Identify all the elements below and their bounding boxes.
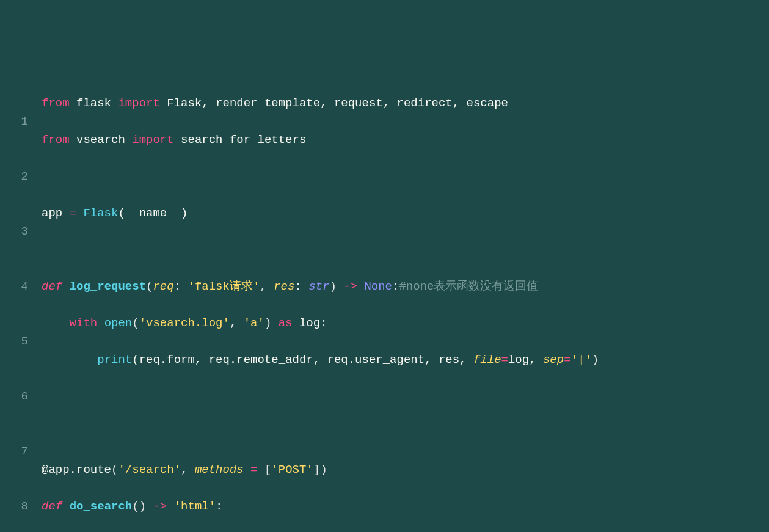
line-number: 7 xyxy=(0,442,28,461)
line-number: 6 xyxy=(0,387,28,406)
code-line[interactable] xyxy=(42,424,769,442)
code-line[interactable]: print(req.form, req.remote_addr, req.use… xyxy=(42,351,769,369)
parameter: req xyxy=(153,280,173,293)
function-name: log_request xyxy=(70,280,146,293)
line-number: 4 xyxy=(0,277,28,296)
import-list: Flask, render_template, request, redirec… xyxy=(167,97,508,110)
line-number: 2 xyxy=(0,167,28,186)
code-line[interactable]: from vsearch import search_for_letters xyxy=(42,131,769,149)
code-line[interactable]: def log_request(req: 'falsk请求', res: str… xyxy=(42,277,769,296)
keyword-as: as xyxy=(279,316,293,330)
code-content-area[interactable]: from flask import Flask, render_template… xyxy=(35,73,769,532)
code-editor[interactable]: 1 2 3 4 5 6 7 8 9 10 11 12 13 14 15 16 1… xyxy=(0,73,769,532)
line-number-gutter: 1 2 3 4 5 6 7 8 9 10 11 12 13 14 15 16 1… xyxy=(0,73,35,532)
code-line[interactable] xyxy=(42,167,769,186)
keyword-def: def xyxy=(42,280,62,293)
import-list: search_for_letters xyxy=(181,133,306,147)
keyword-def: def xyxy=(42,500,62,513)
keyword-import: import xyxy=(132,133,173,147)
keyword-from: from xyxy=(42,133,70,147)
line-number: 5 xyxy=(0,332,28,351)
line-number: 1 xyxy=(0,112,28,131)
code-line[interactable] xyxy=(42,387,769,406)
keyword-from: from xyxy=(42,97,70,110)
module-name: flask xyxy=(76,97,111,110)
code-line[interactable]: app = Flask(__name__) xyxy=(42,204,769,222)
line-number: 8 xyxy=(0,497,28,516)
code-line[interactable]: from flask import Flask, render_template… xyxy=(42,94,769,112)
parameter: res xyxy=(274,280,294,293)
keyword-import: import xyxy=(118,97,159,110)
function-name: do_search xyxy=(70,500,133,513)
decorator: @app.route xyxy=(42,463,111,476)
code-line[interactable]: @app.route('/search', methods = ['POST']… xyxy=(42,461,769,479)
keyword-with: with xyxy=(70,316,98,330)
code-line[interactable]: def do_search() -> 'html': xyxy=(42,497,769,516)
module-name: vsearch xyxy=(76,133,125,147)
comment: #none表示函数没有返回值 xyxy=(399,280,538,293)
code-line[interactable]: with open('vsearch.log', 'a') as log: xyxy=(42,314,769,332)
line-number: 3 xyxy=(0,222,28,241)
code-line[interactable] xyxy=(42,241,769,259)
